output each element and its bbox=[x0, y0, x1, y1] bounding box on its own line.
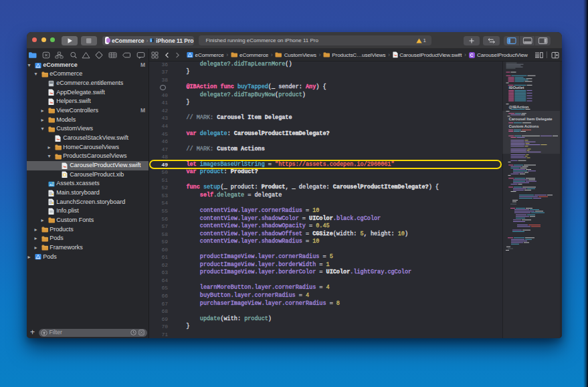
svg-text:@IBAction: @IBAction bbox=[509, 104, 529, 108]
svg-text:IBOutlet: IBOutlet bbox=[509, 86, 524, 90]
